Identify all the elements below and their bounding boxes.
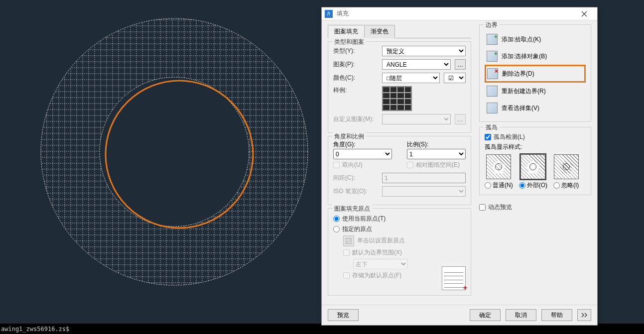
preview-button[interactable]: 预览: [328, 309, 359, 321]
scale-select[interactable]: 1: [407, 149, 466, 159]
island-ignore-radio[interactable]: [553, 182, 560, 189]
view-set-icon: [487, 103, 498, 113]
cross-icon: +: [463, 284, 467, 292]
custom-browse-button: …: [455, 114, 466, 124]
remove-label: 删除边界(D): [502, 70, 534, 78]
group-title: 边界: [484, 21, 500, 29]
ok-button[interactable]: 确定: [470, 309, 501, 321]
recreate-boundary-button[interactable]: 重新创建边界(R): [485, 83, 586, 100]
expand-button[interactable]: [577, 309, 591, 321]
titlebar: h 填充: [322, 7, 597, 20]
origin-preview: +: [442, 266, 466, 290]
type-pattern-group: 类型和图案 类型(Y): 预定义 图案(P): ANGLE … 颜色(C): □…: [328, 41, 471, 133]
remove-boundary-icon: ×: [487, 68, 498, 79]
use-current-origin-radio[interactable]: [333, 216, 340, 222]
specified-label: 指定的原点: [342, 225, 372, 233]
angle-select[interactable]: 0: [333, 149, 392, 159]
hatch-origin-group: 图案填充原点 使用当前原点(T) 指定的原点 单击以设置新原点 默认为边界范围(…: [328, 208, 471, 296]
click-set-label: 单击以设置新原点: [357, 237, 405, 244]
island-group: 孤岛 孤岛检测(L) 孤岛显示样式: 普通(N) 外部(O): [479, 127, 591, 195]
color-label: 颜色(C):: [333, 74, 378, 82]
view-set-label: 查看选择集(V): [502, 104, 539, 112]
recreate-icon: [487, 86, 498, 97]
bidir-label: 双向(U): [342, 161, 363, 169]
group-title: 角度和比例: [332, 132, 366, 141]
custom-pattern-label: 自定义图案(M):: [333, 115, 378, 123]
type-label: 类型(Y):: [333, 47, 378, 55]
use-current-label: 使用当前原点(T): [342, 215, 386, 223]
iso-label: ISO 笔宽(O):: [333, 187, 378, 196]
sample-preview[interactable]: [382, 86, 412, 111]
paper-space-label: 相对图纸空间(E): [416, 161, 460, 169]
spacing-label: 间距(C):: [333, 174, 378, 182]
tabs: 图案填充 渐变色: [328, 24, 471, 38]
dialog-footer: 预览 确定 取消 帮助: [322, 305, 597, 325]
add-pick-point-button[interactable]: + 添加:拾取点(K): [485, 31, 586, 48]
island-style-label: 孤岛显示样式:: [485, 143, 586, 151]
tab-gradient[interactable]: 渐变色: [364, 25, 395, 38]
select-objects-icon: +: [487, 51, 498, 62]
dynamic-preview-label: 动态预览: [488, 203, 512, 212]
view-selection-set-button[interactable]: 查看选择集(V): [485, 100, 586, 116]
angle-label: 角度(G):: [333, 140, 392, 149]
pattern-browse-button[interactable]: …: [455, 59, 466, 70]
remove-boundary-button[interactable]: × 删除边界(D): [485, 65, 586, 83]
sample-label: 样例:: [333, 86, 378, 95]
set-origin-button: [343, 235, 354, 246]
drawing-canvas[interactable]: [0, 0, 319, 319]
custom-pattern-select: [382, 114, 451, 124]
island-normal-radio[interactable]: [485, 182, 491, 189]
add-select-label: 添加:选择对象(B): [502, 52, 547, 61]
island-outer-preview[interactable]: [520, 154, 545, 179]
pick-point-icon: +: [487, 34, 498, 45]
default-extent-checkbox: [343, 249, 350, 256]
boundary-group: 边界 + 添加:拾取点(K) + 添加:选择对象(B) × 删除边界(D) 重新…: [479, 24, 591, 122]
tab-pattern-fill[interactable]: 图案填充: [328, 25, 365, 38]
recreate-label: 重新创建边界(R): [502, 87, 546, 96]
color-select[interactable]: □随层: [382, 73, 440, 83]
hatch-dialog: h 填充 图案填充 渐变色 类型和图案 类型(Y): 预定义 图案(P): AN…: [321, 7, 598, 326]
store-default-checkbox: [343, 272, 350, 279]
pattern-select[interactable]: ANGLE: [382, 59, 451, 70]
add-pick-label: 添加:拾取点(K): [502, 35, 541, 44]
angle-scale-group: 角度和比例 角度(G): 0 双向(U) 比例(S): 1 相对图纸空间(E) …: [328, 136, 471, 205]
app-icon: h: [325, 10, 333, 18]
store-default-label: 存储为默认原点(F): [352, 271, 401, 280]
island-detect-checkbox[interactable]: [485, 134, 491, 140]
bg-color-select[interactable]: ☑: [444, 73, 466, 83]
spacing-input: [382, 173, 466, 183]
island-outer-radio[interactable]: [519, 182, 525, 189]
island-normal-preview[interactable]: [486, 154, 511, 179]
default-extent-label: 默认为边界范围(X): [352, 248, 402, 257]
group-title: 孤岛: [484, 123, 500, 132]
cancel-button[interactable]: 取消: [506, 309, 536, 321]
type-select[interactable]: 预定义: [382, 46, 466, 56]
chevron-right-icon: [581, 313, 588, 318]
extent-pos-select: 左下: [353, 259, 408, 269]
group-title: 类型和图案: [332, 38, 366, 46]
island-normal-label: 普通(N): [493, 181, 513, 190]
add-select-objects-button[interactable]: + 添加:选择对象(B): [485, 48, 586, 65]
pattern-label: 图案(P):: [333, 60, 378, 69]
svg-rect-3: [20, 5, 319, 304]
dynamic-preview-checkbox[interactable]: [479, 204, 486, 211]
close-button[interactable]: [574, 8, 594, 19]
help-button[interactable]: 帮助: [541, 309, 572, 321]
island-outer-label: 外部(O): [527, 181, 547, 190]
iso-select: [382, 186, 466, 197]
dialog-title: 填充: [337, 9, 574, 18]
scale-label: 比例(S):: [407, 140, 466, 149]
group-title: 图案填充原点: [332, 205, 372, 213]
bidir-checkbox: [333, 162, 340, 168]
island-detect-label: 孤岛检测(L): [494, 133, 525, 141]
island-ignore-label: 忽略(I): [561, 181, 579, 190]
specified-origin-radio[interactable]: [333, 226, 340, 232]
paper-space-checkbox: [407, 162, 413, 168]
island-ignore-preview[interactable]: [554, 154, 579, 179]
